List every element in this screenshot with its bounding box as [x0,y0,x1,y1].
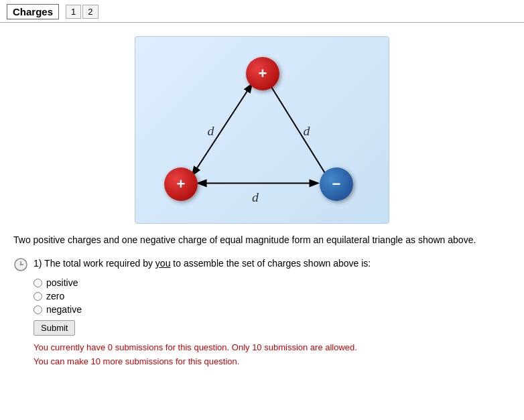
option-zero: zero [34,291,511,301]
tab-bar: 1 2 [66,5,98,19]
question-text-after: to assemble the set of charges shown abo… [170,258,371,269]
radio-zero[interactable] [34,292,42,301]
question-number: 1) [34,258,42,269]
d-label-left: d [208,123,214,138]
bottom-right-charge: − [320,167,353,201]
submit-button[interactable]: Submit [34,320,75,336]
description-text: Two positive charges and one negative ch… [13,233,511,247]
question-underline: you [155,258,171,269]
label-zero[interactable]: zero [46,291,64,301]
d-label-bottom: d [252,190,259,204]
status-line-1: You currently have 0 submissions for thi… [34,341,511,355]
radio-negative[interactable] [34,305,42,314]
radio-positive[interactable] [34,279,42,287]
right-arrow-line [270,84,326,174]
option-negative: negative [34,304,511,315]
page-header: Charges 1 2 [0,0,524,23]
bottom-left-charge: + [164,167,198,201]
tab-2[interactable]: 2 [82,5,98,19]
question-row: 1) The total work required by you to ass… [13,257,511,272]
question-text-before: The total work required by [44,258,155,269]
tab-1[interactable]: 1 [66,5,81,19]
left-arrow-line [193,84,251,174]
option-positive: positive [34,277,511,288]
bottom-left-charge-symbol: + [177,176,186,193]
top-charge: + [246,57,279,90]
svg-point-3 [20,264,21,265]
status-messages: You currently have 0 submissions for thi… [34,341,511,369]
d-label-right: d [304,123,310,138]
top-charge-symbol: + [259,65,267,82]
main-content: d d d + + − Two positive charges and one… [0,23,524,382]
status-line-2: You can make 10 more submissions for thi… [34,355,511,369]
diagram-box: d d d + + − [135,36,389,224]
page-title: Charges [7,4,59,19]
options-list: positive zero negative [34,277,511,315]
question-block: 1) The total work required by you to ass… [13,257,511,369]
clock-icon [13,257,28,272]
label-positive[interactable]: positive [46,277,78,288]
label-negative[interactable]: negative [46,304,82,315]
diagram-container: d d d + + − [13,36,511,224]
bottom-right-charge-symbol: − [332,176,341,193]
question-text: 1) The total work required by you to ass… [34,257,371,271]
